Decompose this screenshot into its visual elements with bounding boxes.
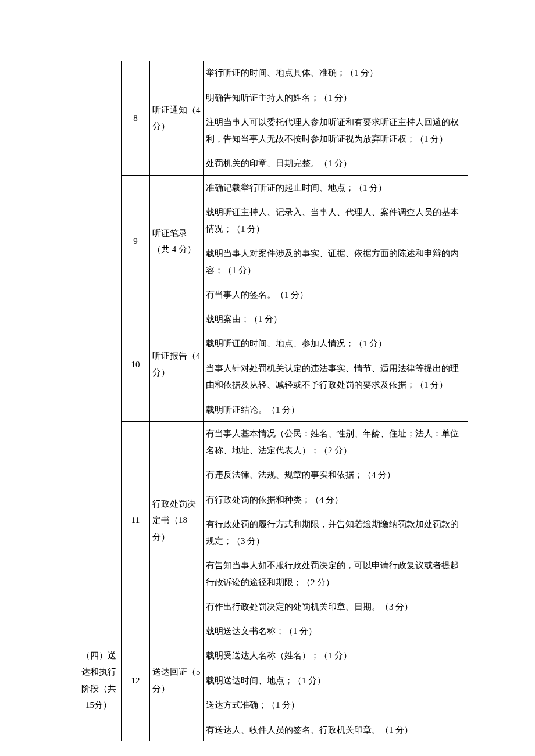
table-row: （四）送达和执行阶段（共 15分）12送达回证（5 分）载明送达文书名称；（1 … bbox=[76, 619, 468, 741]
item-name-value: 听证笔录（共 4 分） bbox=[152, 228, 196, 255]
detail-line: 载明听证的时间、地点、参加人情况；（1 分） bbox=[206, 335, 465, 352]
row-number: 10 bbox=[122, 307, 150, 422]
table-row: 9听证笔录（共 4 分）准确记载举行听证的起止时间、地点；（1 分）载明听证主持… bbox=[76, 175, 468, 307]
section-cell: （四）送达和执行阶段（共 15分） bbox=[76, 619, 122, 741]
detail-line: 有行政处罚的履行方式和期限，并告知若逾期缴纳罚款加处罚款的规定；（3 分） bbox=[206, 516, 465, 549]
detail-line: 有违反法律、法规、规章的事实和依据；（4 分） bbox=[206, 467, 465, 483]
item-name-value: 听证报告（4 分） bbox=[152, 351, 201, 377]
detail-cell: 载明送达文书名称；（1 分）载明受送达人名称（姓名）；（1 分）载明送达时间、地… bbox=[204, 619, 468, 741]
row-number-value: 12 bbox=[131, 676, 140, 685]
row-number: 11 bbox=[122, 422, 150, 619]
detail-line: 载明当事人对案件涉及的事实、证据、依据方面的陈述和申辩的内容；（1 分） bbox=[206, 245, 465, 278]
document-page: 8听证通知（4 分）举行听证的时间、地点具体、准确；（1 分）明确告知听证主持人… bbox=[0, 0, 535, 756]
detail-line: 准确记载举行听证的起止时间、地点；（1 分） bbox=[206, 180, 465, 196]
row-number: 9 bbox=[122, 175, 150, 307]
item-name: 送达回证（5 分） bbox=[150, 619, 204, 741]
row-number: 12 bbox=[122, 619, 150, 741]
detail-line: 当事人针对处罚机关认定的违法事实、情节、适用法律等提出的理由和依据及从轻、减轻或… bbox=[206, 360, 465, 393]
detail-line: 有作出行政处罚决定的处罚机关印章、日期。（3 分） bbox=[206, 599, 465, 615]
detail-cell: 载明案由；（1 分）载明听证的时间、地点、参加人情况；（1 分）当事人针对处罚机… bbox=[204, 307, 468, 422]
item-name-value: 行政处罚决定书（18分） bbox=[152, 499, 196, 542]
detail-line: 载明送达时间、地点；（1 分） bbox=[206, 672, 465, 689]
detail-line: 处罚机关的印章、日期完整。（1 分） bbox=[206, 155, 465, 172]
detail-line: 有行政处罚的依据和种类；（4 分） bbox=[206, 492, 465, 508]
row-number-value: 10 bbox=[131, 360, 140, 369]
item-name: 行政处罚决定书（18分） bbox=[150, 422, 204, 619]
detail-line: 送达方式准确；（1 分） bbox=[206, 697, 465, 714]
row-number-value: 8 bbox=[133, 113, 138, 123]
item-name-value: 送达回证（5 分） bbox=[152, 667, 201, 693]
scoring-table: 8听证通知（4 分）举行听证的时间、地点具体、准确；（1 分）明确告知听证主持人… bbox=[76, 61, 468, 741]
table-row: 8听证通知（4 分）举行听证的时间、地点具体、准确；（1 分）明确告知听证主持人… bbox=[76, 61, 468, 175]
detail-cell: 有当事人基本情况（公民：姓名、性别、年龄、住址；法人：单位名称、地址、法定代表人… bbox=[204, 422, 468, 619]
detail-line: 载明受送达人名称（姓名）；（1 分） bbox=[206, 647, 465, 664]
row-number: 8 bbox=[122, 61, 150, 175]
row-number-value: 11 bbox=[131, 515, 140, 525]
row-number-value: 9 bbox=[133, 237, 138, 246]
section-label: （四）送达和执行阶段（共 15分） bbox=[81, 651, 116, 710]
detail-line: 载明听证结论。（1 分） bbox=[206, 402, 465, 418]
detail-line: 有当事人基本情况（公民：姓名、性别、年龄、住址；法人：单位名称、地址、法定代表人… bbox=[206, 425, 465, 458]
detail-line: 有当事人的签名。（1 分） bbox=[206, 286, 465, 303]
detail-line: 明确告知听证主持人的姓名；（1 分） bbox=[206, 89, 465, 106]
detail-line: 有告知当事人如不服行政处罚决定的，可以申请行政复议或者提起行政诉讼的途径和期限；… bbox=[206, 557, 465, 590]
detail-line: 举行听证的时间、地点具体、准确；（1 分） bbox=[206, 65, 465, 81]
detail-line: 载明送达文书名称；（1 分） bbox=[206, 623, 465, 640]
item-name: 听证报告（4 分） bbox=[150, 307, 204, 422]
item-name-value: 听证通知（4 分） bbox=[152, 105, 201, 131]
item-name: 听证笔录（共 4 分） bbox=[150, 175, 204, 307]
table-row: 11行政处罚决定书（18分）有当事人基本情况（公民：姓名、性别、年龄、住址；法人… bbox=[76, 422, 468, 619]
section-cell bbox=[76, 61, 122, 619]
detail-cell: 准确记载举行听证的起止时间、地点；（1 分）载明听证主持人、记录入、当事人、代理… bbox=[204, 175, 468, 307]
detail-cell: 举行听证的时间、地点具体、准确；（1 分）明确告知听证主持人的姓名；（1 分）注… bbox=[204, 61, 468, 175]
detail-line: 载明听证主持人、记录入、当事人、代理人、案件调查人员的基本情况；（1 分） bbox=[206, 204, 465, 237]
detail-line: 有送达人、收件人员的签名、行政机关印章。（1 分） bbox=[206, 722, 465, 739]
detail-line: 载明案由；（1 分） bbox=[206, 311, 465, 328]
table-row: 10听证报告（4 分）载明案由；（1 分）载明听证的时间、地点、参加人情况；（1… bbox=[76, 307, 468, 422]
item-name: 听证通知（4 分） bbox=[150, 61, 204, 175]
detail-line: 注明当事人可以委托代理人参加听证和有要求听证主持人回避的权利，告知当事人无故不按… bbox=[206, 114, 465, 147]
